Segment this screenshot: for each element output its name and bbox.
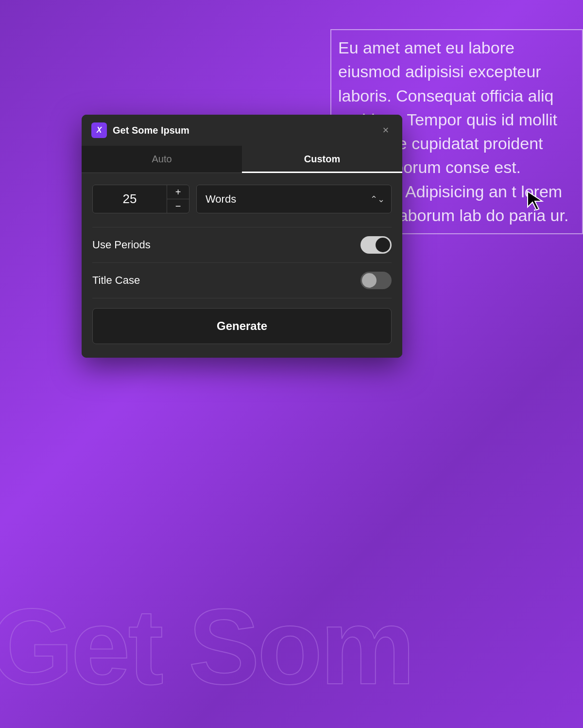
title-case-row: Title Case [92, 262, 392, 298]
increment-button[interactable]: + [167, 185, 189, 199]
dialog-title: Get Some Ipsum [113, 125, 189, 136]
app-icon-label: X [97, 126, 102, 135]
decorative-big-text: Get Som [0, 586, 413, 709]
quantity-row: 25 + − Words Sentences Paragraphs ⌃⌄ [92, 185, 392, 213]
title-case-label: Title Case [92, 274, 140, 287]
generate-section: Generate [92, 298, 392, 346]
title-case-toggle-knob [362, 273, 377, 288]
use-periods-toggle-knob [376, 238, 390, 252]
dialog-header-left: X Get Some Ipsum [91, 122, 189, 138]
tab-auto[interactable]: Auto [82, 146, 242, 173]
dialog-body: 25 + − Words Sentences Paragraphs ⌃⌄ Use… [82, 173, 402, 358]
app-icon: X [91, 122, 107, 138]
unit-dropdown[interactable]: Words Sentences Paragraphs [196, 185, 392, 213]
dialog: X Get Some Ipsum × Auto Custom 25 + − [82, 115, 402, 358]
number-input-wrapper: 25 + − [92, 185, 189, 213]
number-display: 25 [93, 185, 167, 213]
use-periods-row: Use Periods [92, 227, 392, 262]
stepper-buttons: + − [167, 185, 189, 213]
unit-dropdown-wrapper: Words Sentences Paragraphs ⌃⌄ [196, 185, 392, 213]
dialog-header: X Get Some Ipsum × [82, 115, 402, 146]
generate-button[interactable]: Generate [92, 308, 392, 344]
title-case-toggle[interactable] [360, 272, 392, 289]
decrement-button[interactable]: − [167, 199, 189, 213]
use-periods-toggle[interactable] [360, 236, 392, 254]
close-button[interactable]: × [379, 123, 393, 137]
tab-bar: Auto Custom [82, 146, 402, 173]
tab-custom[interactable]: Custom [242, 146, 402, 173]
use-periods-label: Use Periods [92, 239, 151, 251]
